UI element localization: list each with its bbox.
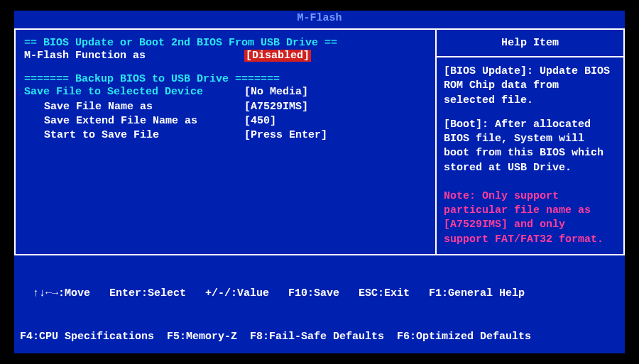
footer-line1: ↑↓←→:Move Enter:Select +/-/:Value F10:Sa…	[20, 287, 619, 301]
save-ext-value: [450]	[244, 114, 276, 128]
mflash-function-row[interactable]: M-Flash Function as [Disabled]	[24, 49, 427, 63]
section-bios-update: == BIOS Update or Boot 2nd BIOS From USB…	[24, 37, 427, 49]
start-save-label: Start to Save File	[24, 128, 244, 143]
help-boot: [Boot]: After allocated BIOS file, Syste…	[444, 118, 616, 175]
save-device-value: [No Media]	[244, 85, 308, 99]
mflash-value: [Disabled]	[244, 49, 311, 63]
mflash-value-selected: [Disabled]	[244, 50, 311, 62]
help-header: Help Item	[437, 30, 623, 57]
start-save-value: [Press Enter]	[244, 128, 327, 143]
save-name-label: Save File Name as	[24, 100, 244, 114]
start-save-row[interactable]: Start to Save File [Press Enter]	[24, 128, 427, 143]
save-name-value: [A7529IMS]	[244, 100, 308, 114]
bios-screen: M-Flash == BIOS Update or Boot 2nd BIOS …	[14, 11, 625, 353]
settings-panel: == BIOS Update or Boot 2nd BIOS From USB…	[14, 30, 437, 254]
footer-hints: ↑↓←→:Move Enter:Select +/-/:Value F10:Sa…	[14, 255, 625, 364]
main-area: == BIOS Update or Boot 2nd BIOS From USB…	[14, 28, 625, 255]
help-panel: Help Item [BIOS Update]: Update BIOS ROM…	[437, 30, 625, 254]
window-title: M-Flash	[14, 11, 625, 28]
help-bios-update: [BIOS Update]: Update BIOS ROM Chip data…	[444, 65, 616, 108]
spacer	[24, 63, 427, 73]
save-ext-label: Save Extend File Name as	[24, 114, 244, 128]
section-backup-bios: ======= Backup BIOS to USB Drive =======	[24, 73, 427, 85]
save-ext-row[interactable]: Save Extend File Name as [450]	[24, 114, 427, 128]
save-device-label: Save File to Selected Device	[24, 85, 244, 99]
footer-line2: F4:CPU Specifications F5:Memory-Z F8:Fai…	[20, 330, 619, 344]
save-device-row[interactable]: Save File to Selected Device [No Media]	[24, 85, 427, 99]
spacer	[444, 108, 616, 118]
help-body: [BIOS Update]: Update BIOS ROM Chip data…	[437, 57, 623, 254]
save-name-row[interactable]: Save File Name as [A7529IMS]	[24, 100, 427, 114]
mflash-label: M-Flash Function as	[24, 49, 244, 63]
help-note: Note: Only support particular file name …	[444, 189, 616, 247]
